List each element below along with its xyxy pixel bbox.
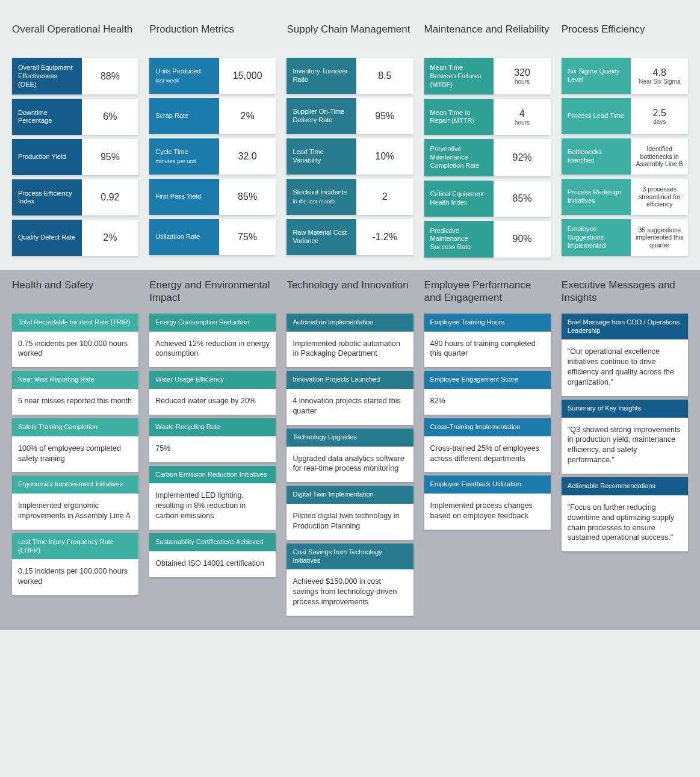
top-column: Process EfficiencySix Sigma Quality Leve… [562, 23, 688, 262]
metric-value: 95% [356, 98, 413, 134]
info-card-head: Cross-Training Implementation [424, 418, 551, 436]
metric-value: 6% [82, 99, 139, 135]
metric-card: Cycle Timeminutes per unit32.0 [149, 138, 276, 175]
top-column: Supply Chain ManagementInventory Turnove… [287, 23, 413, 262]
metric-label: Mean Time to Repair (MTTR) [424, 99, 494, 135]
top-column: Production MetricsUnits Producedlast wee… [149, 23, 276, 262]
info-card-body: 75% [149, 436, 276, 462]
column-title: Health and Safety [12, 279, 138, 305]
metric-card: Process Lead Time2.5days [562, 98, 688, 134]
info-card-head: Near Miss Reporting Rate [12, 371, 138, 389]
info-card-head: Actionable Recommendations [562, 477, 688, 495]
top-row: Overall Operational HealthOverall Equipm… [12, 23, 688, 262]
info-card: Carbon Emission Reduction InitiativesImp… [149, 466, 276, 530]
top-column: Maintenance and ReliabilityMean Time Bet… [424, 23, 551, 262]
info-card: Employee Feedback UtilizationImplemented… [424, 475, 551, 530]
metric-label: Predictive Maintenance Success Rate [424, 221, 494, 258]
info-card-body: 4 innovation projects started this quart… [287, 389, 413, 425]
metric-card: Units Producedlast week15,000 [149, 58, 276, 94]
metric-card: Stockout Incidentsin the last month2 [287, 179, 413, 215]
metric-value: -1.2% [356, 219, 413, 255]
info-card: Water Usage EfficiencyReduced water usag… [149, 371, 276, 415]
metric-value: 320hours [494, 58, 551, 94]
info-card-head: Total Recordable Incident Rate (TRIR) [12, 314, 138, 332]
info-card-body: Implemented process changes based on emp… [424, 494, 551, 530]
metric-value: 2% [82, 220, 139, 256]
info-card-body: 5 near misses reported this month [12, 389, 138, 415]
metric-value: 15,000 [219, 58, 276, 94]
info-card: Actionable Recommendations"Focus on furt… [562, 477, 688, 551]
info-card-head: Summary of Key Insights [562, 400, 688, 418]
bottom-column: Health and SafetyTotal Recordable Incide… [12, 279, 138, 616]
info-card-head: Digital Twin Implementation [287, 486, 413, 504]
column-title: Maintenance and Reliability [424, 23, 551, 49]
column-title: Supply Chain Management [287, 23, 413, 49]
column-title: Executive Messages and Insights [562, 279, 688, 305]
metric-value: 85% [219, 179, 276, 215]
metric-label: Employee Suggestions Implemented [562, 219, 631, 256]
metric-label: Preventive Maintenance Completion Rate [424, 139, 494, 176]
info-card-body: "Q3 showed strong improvements in produc… [562, 418, 688, 474]
info-card-body: Achieved $150,000 in cost savings from t… [287, 569, 413, 616]
metric-card: First Pass Yield85% [149, 179, 276, 215]
bottom-column: Executive Messages and InsightsBrief Mes… [562, 279, 688, 616]
info-card-head: Employee Engagement Score [424, 371, 551, 389]
metric-label: Downtime Percentage [12, 99, 82, 135]
metric-label: Critical Equipment Health Index [424, 181, 494, 217]
info-card-head: Technology Upgrades [287, 429, 413, 447]
metric-value: 88% [82, 58, 139, 94]
metric-value: 8.5 [356, 58, 413, 94]
info-card-body: 480 hours of training completed this qua… [424, 332, 551, 368]
metric-card: Inventory Turnover Ratio8.5 [287, 58, 413, 94]
info-card-head: Brief Message from COO / Operations Lead… [562, 314, 688, 340]
metric-card: Process Efficiency Index0.92 [12, 179, 138, 215]
info-card-head: Employee Feedback Utilization [424, 475, 551, 494]
metric-card: Critical Equipment Health Index85% [424, 181, 551, 217]
bottom-section: Health and SafetyTotal Recordable Incide… [0, 270, 700, 630]
info-card-body: 82% [424, 389, 551, 415]
info-card: Employee Training Hours480 hours of trai… [424, 314, 551, 368]
metric-value: 35 suggestions implemented this quarter [631, 219, 688, 256]
metric-label: Raw Material Cost Variance [287, 219, 356, 255]
metric-card: Employee Suggestions Implemented35 sugge… [562, 219, 688, 256]
metric-card: Quality Defect Rate2% [12, 220, 138, 256]
metric-label: Overall Equipment Effectiveness (OEE) [12, 58, 82, 94]
metric-card: Predictive Maintenance Success Rate90% [424, 221, 551, 258]
metric-value: 4.8Near Six Sigma [631, 58, 688, 94]
column-title: Overall Operational Health [12, 23, 138, 49]
metric-card: Supplier On-Time Delivery Rate95% [287, 98, 413, 134]
info-card: Energy Consumption ReductionAchieved 12%… [149, 314, 276, 368]
info-card: Digital Twin ImplementationPiloted digit… [287, 486, 413, 540]
info-card: Cross-Training ImplementationCross-train… [424, 418, 551, 472]
metric-label: Stockout Incidentsin the last month [287, 179, 356, 215]
info-card-body: Implemented ergonomic improvements in As… [12, 494, 138, 530]
info-card: Employee Engagement Score82% [424, 371, 551, 415]
info-card-body: 0.75 incidents per 100,000 hours worked [12, 332, 138, 368]
metric-card: Six Sigma Quality Level4.8Near Six Sigma [562, 58, 688, 94]
metric-value: 3 processes streamlined for efficiency [631, 179, 688, 215]
metric-card: Overall Equipment Effectiveness (OEE)88% [12, 58, 138, 94]
info-card: Near Miss Reporting Rate5 near misses re… [12, 371, 138, 415]
metric-label: Scrap Rate [149, 98, 219, 134]
info-card-head: Safety Training Completion [12, 418, 138, 436]
info-card: Waste Recycling Rate75% [149, 418, 276, 462]
metric-label: First Pass Yield [149, 179, 219, 215]
info-card: Brief Message from COO / Operations Lead… [562, 314, 688, 396]
metric-value: 95% [82, 139, 139, 175]
info-card-body: Reduced water usage by 20% [149, 389, 276, 415]
metric-value: 75% [219, 219, 276, 255]
info-card: Lost Time Injury Frequency Rate (LTIFR)0… [12, 533, 138, 595]
metric-value: 2% [219, 98, 276, 134]
info-card: Automation ImplementationImplemented rob… [287, 314, 413, 368]
metric-value: Identified bottlenecks in Assembly Line … [631, 138, 688, 175]
metric-value: 90% [494, 221, 551, 258]
info-card: Technology UpgradesUpgraded data analyti… [287, 429, 413, 483]
info-card-head: Waste Recycling Rate [149, 418, 276, 436]
info-card-head: Lost Time Injury Frequency Rate (LTIFR) [12, 533, 138, 560]
info-card: Sustainability Certifications AchievedOb… [149, 533, 276, 577]
metric-card: Process Redesign Initiatives3 processes … [562, 179, 688, 215]
metric-label: Lead Time Variability [287, 138, 356, 175]
info-card-body: 100% of employees completed safety train… [12, 436, 138, 472]
metric-label: Process Redesign Initiatives [562, 179, 631, 215]
info-card-head: Water Usage Efficiency [149, 371, 276, 389]
